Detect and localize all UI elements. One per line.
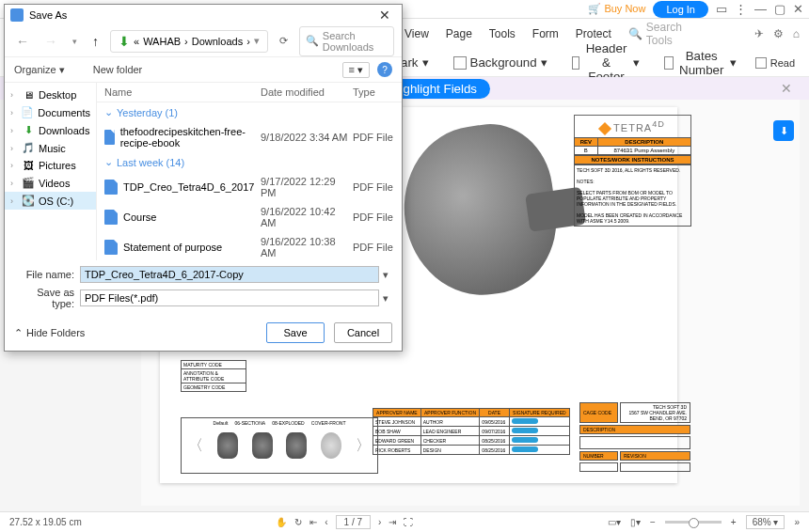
background-icon <box>453 56 467 70</box>
zoom-out-icon[interactable]: − <box>650 517 656 527</box>
file-row[interactable]: Statement of purpose 9/16/2022 10:38 AM … <box>97 232 402 260</box>
notes-header: NOTES/WORK INSTRUCTIONS <box>574 155 691 164</box>
buy-now-link[interactable]: 🛒 Buy Now <box>588 3 645 15</box>
zoom-slider[interactable] <box>665 521 722 524</box>
layout-icon[interactable]: ▯▾ <box>630 517 641 527</box>
prev-page-icon[interactable]: ‹ <box>325 517 327 527</box>
tree-documents[interactable]: ›📄Documents <box>5 103 96 121</box>
more-icon[interactable]: ⋮ <box>735 2 747 16</box>
pdf-file-icon <box>104 210 118 225</box>
pdf-file-icon <box>104 180 118 195</box>
menu-form[interactable]: Form <box>532 27 559 40</box>
pump-3d-model <box>393 117 565 305</box>
save-type-label: Save as type: <box>14 287 74 309</box>
col-name[interactable]: Name <box>104 86 261 98</box>
save-type-dropdown-icon[interactable]: ▾ <box>379 292 392 305</box>
tree-downloads[interactable]: ›⬇Downloads <box>5 121 96 139</box>
refresh-icon[interactable]: ⟳ <box>276 31 292 51</box>
tree-os-c[interactable]: ›💽OS (C:) <box>5 192 96 210</box>
page-dimensions: 27.52 x 19.05 cm <box>9 517 82 527</box>
rotate-icon[interactable]: ↻ <box>294 517 302 527</box>
save-button[interactable]: Save <box>266 322 325 343</box>
col-type[interactable]: Type <box>353 86 394 98</box>
thumb-next-icon[interactable]: 〉 <box>356 436 371 456</box>
new-folder-button[interactable]: New folder <box>93 64 143 75</box>
menu-page[interactable]: Page <box>446 27 472 40</box>
menu-view[interactable]: View <box>404 27 429 40</box>
tree-music[interactable]: ›🎵Music <box>5 139 96 157</box>
organize-button[interactable]: Organize ▾ <box>14 64 65 76</box>
download-icon: ⬇ <box>119 34 130 49</box>
first-page-icon[interactable]: ⇤ <box>309 517 317 527</box>
col-date[interactable]: Date modified <box>261 86 353 98</box>
settings-icon[interactable]: ⚙ <box>773 27 784 40</box>
bates-icon <box>664 56 673 70</box>
file-row[interactable]: thefoodrecipeskitchen-free-recipe-ebook … <box>97 122 402 152</box>
dialog-title: Save As <box>29 9 67 21</box>
left-code-table: MATURITY CODE ANNOTATION & ATTRIBUTE COD… <box>181 361 246 392</box>
zoom-value[interactable]: 68% ▾ <box>746 515 785 529</box>
hand-tool-icon[interactable]: ✋ <box>276 517 287 527</box>
bates-number-button[interactable]: Bates Number ▾ <box>658 45 741 81</box>
nav-recent-icon[interactable]: ▾ <box>69 35 81 48</box>
infobar-close-icon[interactable]: ✕ <box>781 81 792 96</box>
nav-forward-icon: → <box>40 32 61 51</box>
cage-box: CAGE CODETECH SOFT 3D1567 SW CHANDLER AV… <box>578 400 692 474</box>
login-button[interactable]: Log In <box>653 1 708 18</box>
home-icon[interactable]: ⌂ <box>793 27 800 40</box>
view-thumbnails: Default 06-SECTIONA 08-EXPLODED COVER-FR… <box>181 417 378 474</box>
file-row[interactable]: TDP_Creo_Tetra4D_6_2017 9/17/2022 12:29 … <box>97 172 402 202</box>
read-checkbox[interactable]: Read <box>755 57 795 69</box>
pdf-file-icon <box>104 130 115 145</box>
close-app-icon[interactable]: ✕ <box>793 2 803 16</box>
tree-videos[interactable]: ›🎬Videos <box>5 174 96 192</box>
pdf-file-icon <box>104 240 118 255</box>
bookmark-download-icon[interactable]: ⬇ <box>773 120 794 141</box>
background-button[interactable]: Background ▾ <box>448 52 553 73</box>
notification-icon[interactable]: ▭ <box>716 2 727 16</box>
approver-table: APPROVER NAMEAPPROVER FUNCTIONDATESIGNAT… <box>373 408 570 455</box>
file-name-input[interactable]: TDP_Creo_Tetra4D_6_2017-Copy <box>80 266 379 283</box>
nav-up-icon[interactable]: ↑ <box>88 32 103 51</box>
send-icon[interactable]: ✈ <box>754 27 764 40</box>
view-mode-button[interactable]: ≡ ▾ <box>342 62 370 78</box>
dialog-close-icon[interactable]: ✕ <box>373 8 396 23</box>
breadcrumb[interactable]: ⬇ « WAHAB › Downloads › ▾ <box>110 30 268 53</box>
folder-tree: ›🖥Desktop ›📄Documents ›⬇Downloads ›🎵Musi… <box>5 83 97 260</box>
fit-page-icon[interactable]: ▭▾ <box>608 517 621 527</box>
thumb-prev-icon[interactable]: 〈 <box>188 436 203 456</box>
menu-tools[interactable]: Tools <box>489 27 516 40</box>
save-type-select[interactable]: PDF Files(*.pdf) <box>80 289 379 306</box>
tetra-logo: TETRA4D <box>574 115 691 137</box>
cancel-button[interactable]: Cancel <box>334 322 392 343</box>
file-row[interactable]: Course 9/16/2022 10:42 AM PDF File <box>97 202 402 232</box>
nav-back-icon[interactable]: ← <box>12 32 33 51</box>
maximize-icon[interactable]: ▢ <box>774 2 785 16</box>
hide-folders-button[interactable]: ⌃Hide Folders <box>14 327 85 339</box>
file-name-dropdown-icon[interactable]: ▾ <box>379 269 392 281</box>
page-indicator[interactable]: 1 / 7 <box>336 515 371 529</box>
notes-body: TECH SOFT 3D 2016, ALL RIGHTS RESERVED. … <box>574 164 691 227</box>
search-input[interactable]: 🔍 Search Downloads <box>299 26 394 56</box>
desc-header: DESCRIPTION <box>597 137 690 146</box>
file-list: Name Date modified Type ⌄Yesterday (1) t… <box>97 83 402 260</box>
next-page-icon[interactable]: › <box>378 517 381 527</box>
zoom-in-icon[interactable]: + <box>731 517 737 527</box>
expand-icon[interactable]: » <box>794 517 800 527</box>
fullscreen-icon[interactable]: ⛶ <box>404 517 413 527</box>
rev-value: B <box>575 146 598 154</box>
file-name-label: File name: <box>14 269 74 280</box>
desc-value: 874631 Pump Assembly <box>597 146 690 154</box>
group-lastweek[interactable]: ⌄Last week (14) <box>97 152 402 172</box>
save-as-dialog: Save As ✕ ← → ▾ ↑ ⬇ « WAHAB › Downloads … <box>4 4 403 352</box>
minimize-icon[interactable]: — <box>754 2 767 16</box>
header-footer-icon <box>572 56 579 70</box>
group-yesterday[interactable]: ⌄Yesterday (1) <box>97 102 402 122</box>
tree-desktop[interactable]: ›🖥Desktop <box>5 86 96 103</box>
rev-header: REV <box>575 137 598 146</box>
tree-pictures[interactable]: ›🖼Pictures <box>5 157 96 174</box>
dialog-app-icon <box>10 8 24 22</box>
help-icon[interactable]: ? <box>377 62 392 77</box>
last-page-icon[interactable]: ⇥ <box>389 517 396 527</box>
